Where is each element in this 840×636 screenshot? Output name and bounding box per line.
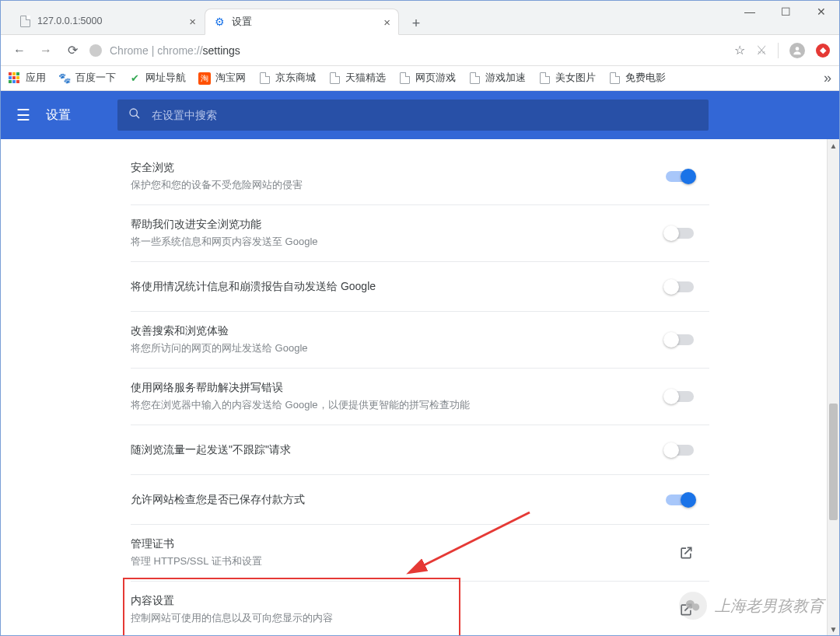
open-external-icon[interactable] [678, 545, 694, 561]
bookmark-label: 游戏加速 [485, 72, 526, 85]
file-icon [258, 72, 271, 85]
bookmark-overflow-button[interactable]: » [824, 70, 831, 86]
toolbar: ← → ⟳ Chrome | chrome://settings ☆ ⚔ ◆ [1, 35, 839, 66]
cast-icon[interactable]: ⚔ [756, 43, 767, 58]
settings-item-payment_check: 允许网站检查您是否已保存付款方式 [131, 474, 709, 524]
svg-point-1 [130, 109, 137, 116]
file-icon [19, 15, 31, 27]
gear-icon: ⚙ [213, 16, 226, 28]
bookmark-accel[interactable]: 游戏加速 [468, 72, 526, 85]
extension-badge-icon[interactable]: ◆ [816, 44, 830, 58]
reload-button[interactable]: ⟳ [63, 43, 82, 58]
settings-item-title: 安全浏览 [131, 161, 666, 175]
bookmark-baidu[interactable]: 🐾 百度一下 [58, 72, 116, 85]
toggle-improve_safe_browsing[interactable] [666, 228, 694, 239]
settings-item-improve_search: 改善搜索和浏览体验将您所访问的网页的网址发送给 Google [131, 311, 709, 368]
tab-close-icon[interactable]: × [189, 15, 196, 28]
bookmark-webgame[interactable]: 网页游戏 [398, 72, 456, 85]
watermark: 上海老男孩教育 [679, 592, 824, 620]
svg-point-0 [796, 47, 800, 51]
bookmark-movies[interactable]: 免费电影 [608, 72, 666, 85]
bookmark-taobao[interactable]: 淘 淘宝网 [198, 72, 246, 85]
bookmark-label: 美女图片 [555, 72, 596, 85]
scroll-up-button[interactable]: ▲ [828, 139, 839, 152]
tao-icon: 淘 [198, 72, 211, 85]
toggle-usage_stats[interactable] [666, 281, 694, 292]
toggle-spell_check[interactable] [666, 391, 694, 402]
scroll-down-button[interactable]: ▼ [828, 623, 839, 635]
new-tab-button[interactable]: + [405, 12, 427, 34]
profile-avatar[interactable] [789, 43, 805, 58]
divider [778, 43, 779, 58]
toggle-improve_search[interactable] [666, 334, 694, 345]
bookmarks-bar: 应用 🐾 百度一下 ✔ 网址导航 淘 淘宝网 京东商城 天猫精选 网页游戏 游戏… [1, 66, 839, 91]
bookmark-label: 天猫精选 [345, 72, 386, 85]
apps-icon [9, 72, 21, 85]
settings-item-title: 内容设置 [131, 594, 678, 608]
toggle-payment_check[interactable] [666, 494, 694, 505]
forward-button[interactable]: → [37, 44, 55, 58]
tab-close-icon[interactable]: × [383, 16, 390, 29]
wechat-icon [679, 592, 707, 620]
svg-point-5 [692, 603, 699, 610]
file-icon [468, 72, 481, 85]
settings-item-subtitle: 控制网站可使用的信息以及可向您显示的内容 [131, 611, 678, 625]
settings-panel: 安全浏览保护您和您的设备不受危险网站的侵害帮助我们改进安全浏览功能将一些系统信息… [131, 139, 709, 635]
url-text: Chrome | chrome://settings [110, 44, 240, 57]
file-icon [538, 72, 551, 85]
bookmark-label: 淘宝网 [215, 72, 246, 85]
settings-item-subtitle: 将您所访问的网页的网址发送给 Google [131, 341, 666, 355]
bookmark-label: 百度一下 [75, 72, 116, 85]
bookmark-label: 应用 [26, 72, 46, 85]
tab-strip: 127.0.0.1:5000 × ⚙ 设置 × + [1, 1, 839, 35]
settings-item-title: 允许网站检查您是否已保存付款方式 [131, 493, 666, 507]
svg-line-2 [136, 115, 139, 118]
settings-item-improve_safe_browsing: 帮助我们改进安全浏览功能将一些系统信息和网页内容发送至 Google [131, 204, 709, 261]
hamburger-icon[interactable]: ☰ [16, 106, 30, 124]
star-icon[interactable]: ☆ [734, 43, 745, 58]
address-bar[interactable]: Chrome | chrome://settings [89, 40, 720, 61]
bookmark-pics[interactable]: 美女图片 [538, 72, 596, 85]
settings-item-spell_check: 使用网络服务帮助解决拼写错误将您在浏览器中输入的内容发送给 Google，以便提… [131, 368, 709, 425]
settings-item-title: 管理证书 [131, 537, 678, 551]
bookmark-jd[interactable]: 京东商城 [258, 72, 316, 85]
vertical-scrollbar[interactable]: ▲ ▼ [827, 139, 839, 635]
hao-icon: ✔ [128, 72, 141, 85]
settings-item-subtitle: 将您在浏览器中输入的内容发送给 Google，以便提供更智能的拼写检查功能 [131, 398, 666, 412]
search-input[interactable] [152, 109, 698, 121]
search-icon [128, 107, 141, 123]
settings-header: ☰ 设置 [1, 91, 839, 139]
settings-item-subtitle: 将一些系统信息和网页内容发送至 Google [131, 235, 666, 249]
watermark-text: 上海老男孩教育 [715, 596, 824, 617]
settings-item-content_settings[interactable]: 内容设置控制网站可使用的信息以及可向您显示的内容 [131, 581, 709, 635]
scrollbar-thumb[interactable] [829, 404, 838, 520]
file-icon [398, 72, 411, 85]
settings-item-title: 改善搜索和浏览体验 [131, 324, 666, 338]
settings-item-usage_stats: 将使用情况统计信息和崩溃报告自动发送给 Google [131, 261, 709, 311]
bookmark-label: 网页游戏 [415, 72, 456, 85]
toggle-safe_browsing[interactable] [666, 171, 694, 182]
file-icon [328, 72, 341, 85]
settings-item-subtitle: 管理 HTTPS/SSL 证书和设置 [131, 554, 678, 568]
bookmark-tmall[interactable]: 天猫精选 [328, 72, 386, 85]
tab-title: 127.0.0.1:5000 [37, 16, 183, 26]
page-title: 设置 [46, 107, 71, 124]
tab-1[interactable]: 127.0.0.1:5000 × [10, 8, 205, 34]
settings-item-title: 帮助我们改进安全浏览功能 [131, 218, 666, 232]
tab-2[interactable]: ⚙ 设置 × [205, 9, 399, 35]
window-close-button[interactable]: ✕ [803, 1, 839, 23]
bookmark-nav[interactable]: ✔ 网址导航 [128, 72, 186, 85]
settings-search[interactable] [117, 100, 709, 131]
settings-item-title: 使用网络服务帮助解决拼写错误 [131, 381, 666, 395]
toggle-do_not_track[interactable] [666, 445, 694, 456]
file-icon [608, 72, 621, 85]
window-minimize-button[interactable]: — [732, 1, 768, 23]
bookmark-label: 网址导航 [145, 72, 186, 85]
settings-item-safe_browsing: 安全浏览保护您和您的设备不受危险网站的侵害 [131, 149, 709, 204]
bookmark-apps[interactable]: 应用 [9, 72, 46, 85]
window-maximize-button[interactable]: ☐ [768, 1, 803, 23]
back-button[interactable]: ← [10, 44, 29, 58]
bookmark-label: 免费电影 [625, 72, 666, 85]
settings-item-manage_certs[interactable]: 管理证书管理 HTTPS/SSL 证书和设置 [131, 524, 709, 581]
tab-title: 设置 [232, 16, 377, 29]
